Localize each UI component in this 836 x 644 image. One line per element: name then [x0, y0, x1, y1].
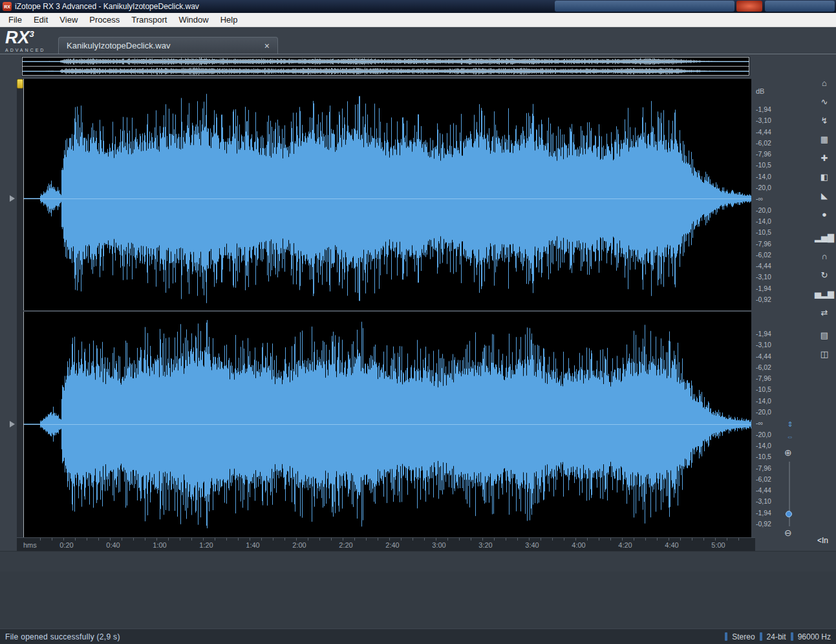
- overview-minimap[interactable]: [21, 56, 750, 76]
- menu-view[interactable]: View: [54, 14, 83, 26]
- time-ruler-label: 2:40: [385, 541, 399, 549]
- db-label: -3,10: [756, 496, 771, 507]
- eq-icon[interactable]: ▅▂▆: [815, 286, 833, 301]
- leveler-icon[interactable]: ▂▅▇: [815, 230, 833, 245]
- channel-right-marker[interactable]: [10, 421, 15, 427]
- status-bitdepth: 24-bit: [767, 632, 786, 641]
- time-ruler-label: 0:40: [106, 541, 120, 549]
- db-label: -6,02: [756, 362, 771, 373]
- output-monitor-icon[interactable]: ⌂: [815, 76, 833, 91]
- titlebar-decoration: [555, 1, 734, 12]
- db-scale-left-channel: -1,94-3,10-4,44-6,02-7,96-10,5-14,0-20,0…: [756, 104, 771, 305]
- time-ruler-label: 4:40: [665, 541, 678, 549]
- time-pitch-icon[interactable]: ↻: [815, 267, 833, 283]
- tab-close-icon[interactable]: ×: [264, 41, 270, 50]
- db-label: -7,96: [756, 463, 771, 474]
- tab-divider: [0, 54, 836, 54]
- playhead-handle[interactable]: [17, 79, 23, 89]
- resample-icon[interactable]: ⇄: [815, 305, 833, 320]
- time-ruler-label: 1:40: [246, 541, 259, 549]
- menu-process[interactable]: Process: [83, 14, 125, 26]
- db-label: -1,94: [756, 328, 771, 339]
- db-label: -10,5: [756, 227, 771, 238]
- ruler-unit-label: hms: [23, 541, 37, 549]
- db-label: -10,5: [756, 160, 771, 171]
- time-ruler-label: 3:20: [478, 541, 492, 549]
- status-divider: [760, 632, 762, 641]
- close-button[interactable]: [736, 1, 762, 12]
- db-label: -1,94: [756, 283, 771, 294]
- db-label: -1,94: [756, 508, 771, 519]
- time-ruler[interactable]: hms 0:200:401:001:201:402:002:202:403:00…: [17, 537, 755, 551]
- deconstruct-icon[interactable]: ◣: [815, 188, 833, 204]
- status-channels: Stereo: [732, 632, 755, 641]
- dereverb-icon[interactable]: ●: [815, 207, 833, 222]
- menu-window[interactable]: Window: [173, 14, 214, 26]
- db-unit-label: dB: [756, 87, 764, 95]
- playhead[interactable]: [23, 79, 24, 537]
- decrackle-icon[interactable]: ▦: [815, 132, 833, 147]
- time-ruler-label: 4:00: [572, 541, 585, 549]
- vertical-zoom-knob[interactable]: [786, 511, 792, 517]
- declick-icon[interactable]: ↯: [815, 113, 833, 129]
- channel-operations-icon[interactable]: ◧: [815, 169, 833, 185]
- db-label: -0,92: [756, 294, 771, 305]
- menu-transport[interactable]: Transport: [125, 14, 173, 26]
- menu-help[interactable]: Help: [215, 14, 244, 26]
- db-label: -0,92: [756, 519, 771, 530]
- db-label: -4,44: [756, 127, 771, 138]
- transport-panel: 00:00:00.000 ●|◀▶▶↺ L -Inf. R -Inf.: [0, 572, 836, 628]
- db-label: -20,0: [756, 407, 771, 418]
- status-divider: [791, 632, 793, 641]
- vertical-zoom-out-icon[interactable]: ⊖: [784, 528, 792, 538]
- logo-brand: RX: [5, 28, 30, 47]
- fit-horizontal-icon[interactable]: ⇔: [786, 432, 795, 440]
- db-label: -20,0: [756, 205, 771, 216]
- db-label: -14,0: [756, 171, 771, 182]
- docked-panel-handle[interactable]: <In: [817, 536, 828, 545]
- db-label: -4,44: [756, 485, 771, 496]
- db-label: -14,0: [756, 396, 771, 407]
- file-tab[interactable]: KanikulyIzotopeDeclick.wav ×: [58, 37, 278, 54]
- db-label: -7,96: [756, 239, 771, 250]
- channel-divider: [23, 310, 751, 312]
- db-label: -14,0: [756, 216, 771, 227]
- db-label: -∞: [756, 418, 771, 429]
- window-title: iZotope RX 3 Advanced - KanikulyIzotopeD…: [15, 2, 199, 11]
- menu-edit[interactable]: Edit: [28, 14, 54, 26]
- ambience-match-icon[interactable]: ∩: [815, 248, 833, 264]
- tool-bar: ∿ ▦ ⊕⊖⊙⊘⊕⊖ ▮▣▭◌✎✳⊕☛ ⧉⧫▤ ⊕ ⊕: [0, 551, 836, 572]
- status-divider: [725, 632, 727, 641]
- plugins-icon[interactable]: ▤: [815, 328, 833, 343]
- channel-left-marker[interactable]: [10, 195, 15, 202]
- amplitude-scale: dB -1,94-3,10-4,44-6,02-7,96-10,5-14,0-2…: [753, 79, 784, 537]
- db-label: -10,5: [756, 384, 771, 395]
- batch-processing-icon[interactable]: ◫: [815, 347, 833, 362]
- waveform-display[interactable]: [23, 79, 751, 537]
- db-label: -20,0: [756, 429, 771, 440]
- rx3-logo: RX3 ADVANCED: [5, 29, 45, 52]
- fit-vertical-icon[interactable]: ⇕: [786, 420, 795, 429]
- time-ruler-label: 0:20: [59, 541, 73, 549]
- status-file-info: Stereo 24-bit 96000 Hz: [720, 632, 831, 641]
- time-ruler-label: 3:40: [525, 541, 539, 549]
- vertical-zoom-in-icon[interactable]: ⊕: [784, 447, 792, 458]
- db-label: -6,02: [756, 138, 771, 149]
- db-label: -3,10: [756, 115, 771, 126]
- titlebar[interactable]: RX iZotope RX 3 Advanced - KanikulyIzoto…: [0, 0, 836, 13]
- tab-label: KanikulyIzotopeDeclick.wav: [67, 41, 264, 50]
- time-ruler-label: 4:20: [618, 541, 632, 549]
- db-label: -4,44: [756, 261, 771, 272]
- stereo-waveform[interactable]: [23, 79, 751, 537]
- status-samplerate: 96000 Hz: [798, 632, 831, 641]
- declip-icon[interactable]: ∿: [815, 94, 833, 110]
- status-bar: File opened successfully (2,9 s) Stereo …: [0, 628, 836, 644]
- spectral-repair-icon[interactable]: ✚: [815, 151, 833, 166]
- menu-file[interactable]: File: [3, 14, 28, 26]
- module-toolbar: ⌂∿↯▦✚◧◣●▂▅▇∩↻▅▂▆⇄▤◫: [813, 74, 836, 363]
- overview-waveform[interactable]: [22, 57, 749, 76]
- rx3-application-window: RX iZotope RX 3 Advanced - KanikulyIzoto…: [0, 0, 836, 644]
- time-ruler-label: 1:20: [199, 541, 213, 549]
- db-label: -4,44: [756, 351, 771, 362]
- status-message: File opened successfully (2,9 s): [5, 632, 120, 641]
